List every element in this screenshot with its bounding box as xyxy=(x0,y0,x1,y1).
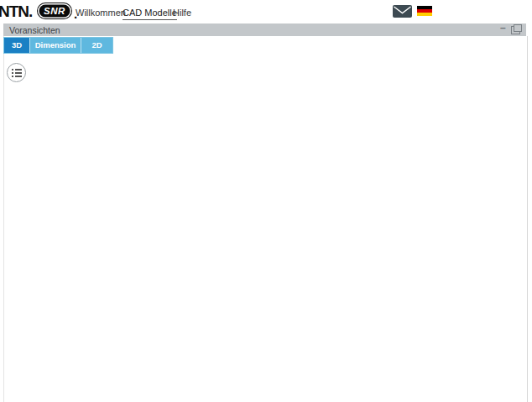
viewer-panel xyxy=(3,36,528,402)
tab-2d[interactable]: 2D xyxy=(81,38,112,53)
tab-dimension[interactable]: Dimension xyxy=(30,38,81,53)
menu-item-cad-modelle[interactable]: CAD Modelle xyxy=(123,8,177,20)
ntn-logo: NTN. xyxy=(0,3,32,21)
panel-title: Voransichten xyxy=(9,25,60,35)
page: { "header": { "logo_ntn": "NTN.", "logo_… xyxy=(0,0,532,402)
mail-icon[interactable] xyxy=(393,5,412,21)
menu-item-hilfe[interactable]: Hilfe xyxy=(173,8,191,18)
list-icon xyxy=(12,69,22,77)
minimize-icon[interactable]: – xyxy=(500,22,506,34)
german-flag-icon[interactable] xyxy=(417,6,432,16)
header: NTN. SNR . Willkommen CAD Modelle Hilfe xyxy=(0,0,532,23)
tab-3d[interactable]: 3D xyxy=(4,38,30,53)
view-options-button[interactable] xyxy=(7,63,26,82)
view-tabs: 3D Dimension 2D xyxy=(3,37,113,54)
menu-item-willkommen[interactable]: Willkommen xyxy=(76,8,126,18)
snr-logo: SNR xyxy=(38,3,71,18)
popout-icon[interactable] xyxy=(511,26,520,34)
panel-header: Voransichten – xyxy=(3,23,526,36)
